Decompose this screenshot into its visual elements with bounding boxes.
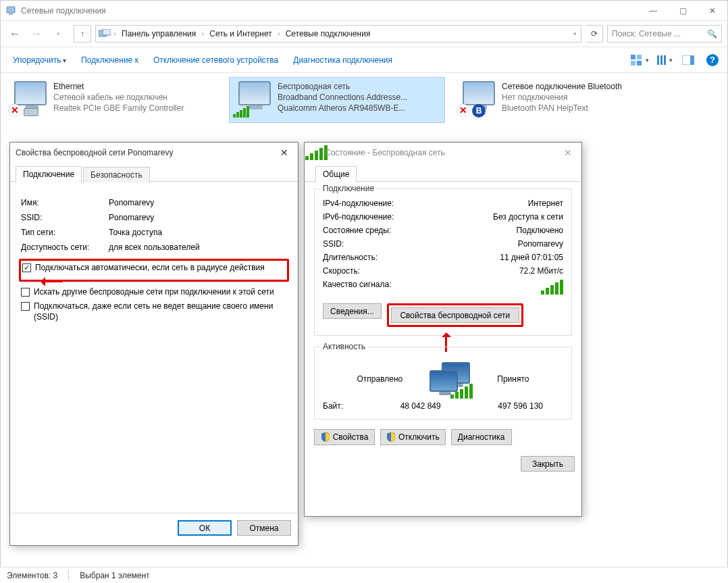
- bluetooth-icon: ✕ B: [457, 81, 495, 119]
- conn-status: Нет подключения: [502, 92, 622, 103]
- dialog-close-button[interactable]: ✕: [276, 147, 292, 158]
- bc-sep: ›: [112, 29, 118, 39]
- ssid-label: SSID:: [323, 239, 344, 249]
- dialog-close-button[interactable]: ✕: [560, 147, 576, 158]
- svg-rect-5: [637, 55, 642, 59]
- bc-sep: ›: [200, 29, 205, 39]
- close-button[interactable]: Закрыть: [521, 456, 575, 472]
- tab-row: Подключение Безопасность: [10, 166, 298, 182]
- find-other-networks-checkbox[interactable]: [21, 288, 30, 297]
- statusbar: Элементов: 3 Выбран 1 элемент: [0, 567, 728, 583]
- shield-icon: [321, 432, 330, 442]
- conn-title: Беспроводная сеть: [278, 81, 407, 92]
- nav-back-button[interactable]: ←: [6, 25, 24, 43]
- name-label: Имя:: [21, 198, 109, 207]
- ipv6-label: IPv6-подключение:: [323, 212, 394, 222]
- ok-button[interactable]: ОК: [178, 520, 232, 536]
- dialog-titlebar: Состояние - Беспроводная сеть ✕: [305, 143, 581, 163]
- properties-button[interactable]: Свойства: [314, 429, 375, 445]
- state-label: Состояние среды:: [323, 226, 391, 235]
- conn-device: Qualcomm Atheros AR9485WB-E...: [278, 103, 407, 113]
- conn-status: Сетевой кабель не подключен: [53, 92, 184, 103]
- availability-label: Доступность сети:: [21, 243, 109, 252]
- toolbar: Упорядочить Подключение к Отключение сет…: [1, 47, 727, 73]
- auto-connect-checkbox[interactable]: ✓: [22, 263, 31, 272]
- details-button[interactable]: Сведения...: [323, 303, 382, 319]
- svg-rect-1: [9, 14, 13, 15]
- cancel-button[interactable]: Отмена: [237, 520, 291, 536]
- svg-rect-6: [631, 61, 635, 66]
- view-icon[interactable]: ▾: [630, 52, 649, 68]
- svg-rect-4: [631, 55, 635, 59]
- sent-label: Отправлено: [357, 374, 403, 384]
- ssid-value: Ponomarevy: [518, 239, 563, 249]
- arrange-icon[interactable]: ▾: [654, 52, 673, 68]
- speed-value: 72.2 Мбит/с: [519, 266, 563, 276]
- toolbar-disable[interactable]: Отключение сетевого устройства: [147, 51, 285, 69]
- titlebar: Сетевые подключения — ▢ ✕: [1, 1, 727, 21]
- tab-general[interactable]: Общие: [315, 166, 357, 182]
- diagnostics-button[interactable]: Диагностика: [451, 429, 512, 445]
- tab-security[interactable]: Безопасность: [83, 167, 150, 182]
- svg-rect-8: [657, 55, 659, 65]
- connection-wifi[interactable]: Беспроводная сеть Broadband Connections …: [229, 77, 445, 123]
- bc-sep: ›: [276, 29, 282, 39]
- conn-status: Broadband Connections Addresse...: [278, 92, 407, 103]
- conn-device: Bluetooth PAN HelpText: [502, 103, 622, 113]
- wifi-icon: [233, 81, 271, 119]
- svg-rect-0: [7, 7, 15, 13]
- dialog-body: Имя:Ponomarevy SSID:Ponomarevy Тип сети:…: [10, 182, 298, 513]
- bytes-label: Байт:: [323, 401, 343, 411]
- highlight-wifi-props: Свойства беспроводной сети: [387, 303, 523, 327]
- nav-arrows: ← → ▾: [6, 25, 67, 43]
- help-icon[interactable]: ?: [703, 52, 722, 68]
- close-button[interactable]: ✕: [698, 1, 727, 21]
- bc-dropdown[interactable]: ▾: [572, 30, 578, 37]
- ssid-label: SSID:: [21, 213, 109, 222]
- nav-forward-button[interactable]: →: [28, 25, 45, 43]
- bc-seg-1[interactable]: Панель управления: [119, 29, 199, 39]
- type-label: Тип сети:: [21, 228, 109, 237]
- shield-icon: [386, 432, 396, 442]
- address-row: ← → ▾ ↑ › Панель управления › Сеть и Инт…: [1, 21, 727, 47]
- toolbar-diagnostics[interactable]: Диагностика подключения: [286, 51, 399, 69]
- connections-list: ✕ Ethernet Сетевой кабель не подключен R…: [1, 73, 727, 127]
- dialog-title: Свойства беспроводной сети Ponomarevy: [16, 148, 276, 157]
- connection-bluetooth[interactable]: ✕ B Сетевое подключение Bluetooth Нет по…: [453, 77, 669, 123]
- type-value: Точка доступа: [109, 228, 287, 237]
- dialog-button-row: ОК Отмена: [10, 513, 298, 542]
- preview-pane-icon[interactable]: [679, 52, 698, 68]
- svg-rect-7: [637, 61, 642, 66]
- disable-button[interactable]: Отключить: [380, 429, 446, 445]
- name-value: Ponomarevy: [109, 198, 287, 207]
- search-input[interactable]: Поиск: Сетевые ... 🔍: [607, 25, 722, 43]
- dialog-button-row: Закрыть: [305, 445, 581, 478]
- bc-seg-2[interactable]: Сеть и Интернет: [207, 29, 274, 39]
- tab-row: Общие: [305, 166, 581, 182]
- availability-value: для всех пользователей: [109, 243, 287, 252]
- group-legend: Активность: [320, 342, 368, 351]
- tab-connection[interactable]: Подключение: [16, 166, 82, 182]
- window-controls: — ▢ ✕: [638, 1, 727, 21]
- bytes-recv-value: 497 596 130: [498, 401, 543, 411]
- app-icon: [6, 5, 17, 16]
- refresh-button[interactable]: ⟳: [586, 25, 603, 43]
- bc-seg-3[interactable]: Сетевые подключения: [283, 29, 373, 39]
- connection-ethernet[interactable]: ✕ Ethernet Сетевой кабель не подключен R…: [5, 77, 221, 123]
- nav-history-button[interactable]: ▾: [49, 25, 67, 43]
- toolbar-organize[interactable]: Упорядочить: [6, 51, 73, 69]
- activity-icon: [430, 362, 470, 396]
- connect-hidden-checkbox[interactable]: [21, 302, 30, 311]
- signal-icon: [310, 147, 322, 158]
- svg-rect-9: [660, 55, 662, 65]
- quality-label: Качество сигнала:: [323, 280, 391, 297]
- nav-up-button[interactable]: ↑: [74, 25, 91, 43]
- wifi-properties-button[interactable]: Свойства беспроводной сети: [391, 307, 519, 323]
- find-other-networks-label: Искать другие беспроводные сети при подк…: [34, 287, 274, 298]
- minimize-button[interactable]: —: [638, 1, 668, 21]
- ipv4-label: IPv4-подключение:: [323, 199, 394, 208]
- breadcrumb[interactable]: › Панель управления › Сеть и Интернет › …: [95, 25, 581, 43]
- maximize-button[interactable]: ▢: [668, 1, 698, 21]
- toolbar-connect[interactable]: Подключение к: [74, 51, 145, 69]
- duration-label: Длительность:: [323, 253, 378, 262]
